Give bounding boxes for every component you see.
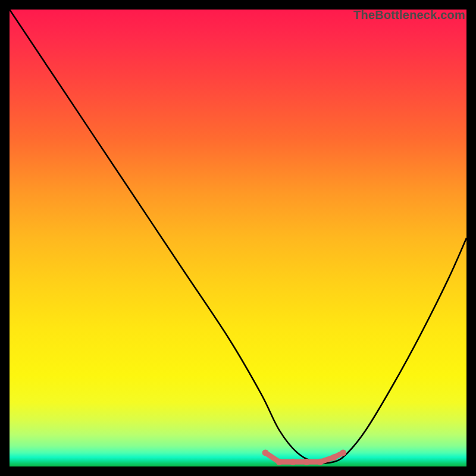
valley-marker	[331, 454, 337, 461]
plot-area: TheBottleneck.com	[10, 10, 466, 466]
curve-layer	[10, 10, 466, 466]
valley-marker	[303, 459, 310, 465]
valley-marker	[262, 449, 269, 456]
valley-marker	[276, 459, 283, 465]
chart-frame: TheBottleneck.com	[10, 10, 466, 466]
valley-marker	[317, 459, 324, 465]
bottleneck-curve	[10, 10, 466, 463]
valley-marker	[340, 449, 346, 456]
valley-marker	[290, 459, 296, 465]
